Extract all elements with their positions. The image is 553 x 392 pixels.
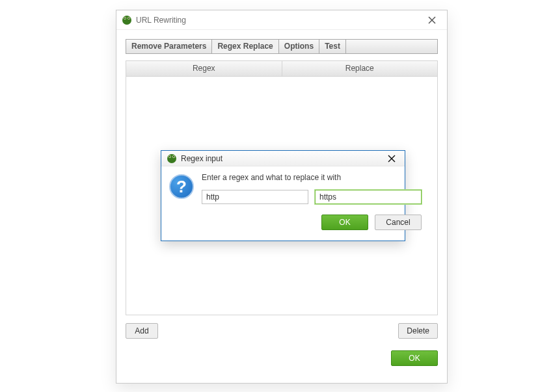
dialog-titlebar: Regex input [161,151,405,166]
svg-point-3 [124,18,126,19]
dialog-ok-button[interactable]: OK [321,215,368,230]
svg-point-11 [173,156,174,157]
tab-options[interactable]: Options [279,40,319,53]
regex-input[interactable] [202,190,308,204]
tab-regex-replace[interactable]: Regex Replace [212,40,278,53]
regex-input-dialog: Regex input ? Enter a regex and what to … [161,150,405,241]
window-ok-row: OK [126,350,438,366]
col-replace[interactable]: Replace [282,61,438,76]
dialog-body: ? Enter a regex and what to replace it w… [161,166,405,238]
table-button-row: Add Delete [126,323,438,339]
replace-input[interactable] [315,190,422,204]
dialog-close-button[interactable] [384,151,399,166]
close-icon [388,155,396,163]
dialog-buttons: OK Cancel [202,215,422,230]
svg-point-10 [169,156,170,157]
window-title: URL Rewriting [136,16,418,25]
tab-test[interactable]: Test [319,40,346,53]
tab-remove-parameters[interactable]: Remove Parameters [126,40,212,53]
app-icon [167,153,177,164]
dialog-form: Enter a regex and what to replace it wit… [202,173,422,230]
svg-point-0 [122,16,131,25]
delete-button[interactable]: Delete [398,323,438,339]
col-regex[interactable]: Regex [126,61,282,76]
add-button[interactable]: Add [126,323,158,339]
question-icon: ? [169,174,194,199]
window-ok-button[interactable]: OK [391,350,438,366]
window-close-button[interactable] [422,10,442,30]
dialog-cancel-button[interactable]: Cancel [375,215,422,230]
svg-point-7 [167,154,176,163]
titlebar: URL Rewriting [116,10,447,30]
app-icon [122,15,132,25]
dialog-inputs [202,190,422,204]
tab-strip: Remove Parameters Regex Replace Options … [126,39,438,54]
close-icon [428,16,436,24]
tab-strip-filler [346,40,437,53]
svg-point-4 [128,18,129,19]
dialog-prompt: Enter a regex and what to replace it wit… [202,173,422,182]
table-headers: Regex Replace [126,61,437,77]
dialog-title: Regex input [181,154,380,163]
